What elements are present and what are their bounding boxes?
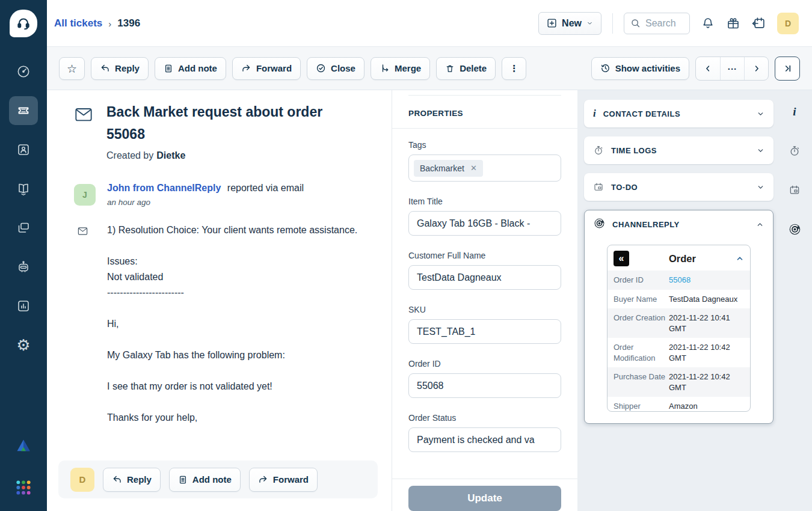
contact-details-header[interactable]: i CONTACT DETAILS (584, 100, 774, 127)
order-id-field: Order ID 55068 (408, 359, 561, 398)
delete-button-label: Delete (460, 63, 487, 73)
forward-button[interactable]: Forward (232, 57, 301, 80)
order-row: Purchase Date 2021-11-22 10:42 GMT (607, 367, 750, 397)
sidebar-item-bots[interactable] (9, 252, 38, 281)
order-row-label: Order Modification (614, 342, 669, 363)
app-switcher-button[interactable] (16, 480, 31, 498)
item-title-input[interactable]: Galaxy Tab 16GB - Black - (408, 211, 561, 236)
merge-icon (380, 63, 390, 73)
previous-ticket-button[interactable] (696, 57, 720, 80)
sidebar-item-tickets[interactable] (9, 96, 38, 125)
next-ticket-button[interactable] (744, 57, 768, 80)
star-icon: ☆ (67, 63, 77, 74)
breadcrumb-all-tickets-link[interactable]: All tickets (54, 17, 102, 29)
tags-input[interactable]: Backmarket ✕ (408, 155, 561, 182)
search-placeholder: Search (645, 18, 676, 29)
body-line: Issues: (107, 254, 357, 269)
reply-button[interactable]: Reply (91, 57, 149, 80)
time-logs-title: TIME LOGS (611, 146, 657, 155)
to-do-title: TO-DO (611, 183, 638, 192)
time-logs-header[interactable]: TIME LOGS (584, 136, 774, 164)
explore-button[interactable] (751, 16, 766, 31)
order-id-link[interactable]: 55068 (669, 275, 744, 286)
sidebar-item-solutions[interactable] (9, 174, 38, 203)
chevron-down-icon (586, 20, 593, 26)
ticket-icon (16, 103, 31, 118)
update-section: Update (392, 479, 577, 511)
close-ticket-button[interactable]: Close (307, 57, 364, 80)
sidebar-item-forums[interactable] (9, 213, 38, 242)
contact-details-shortcut[interactable]: i (793, 105, 796, 119)
chevron-right-icon (752, 64, 761, 73)
add-note-button-label: Add note (178, 63, 217, 73)
whats-new-button[interactable] (726, 16, 740, 31)
order-row: Buyer Name TestData Dagneaux (607, 290, 750, 309)
channelreply-logo-icon (789, 223, 801, 236)
back-button[interactable]: « (614, 251, 629, 266)
reply-icon (112, 474, 122, 485)
to-do-shortcut[interactable] (789, 183, 801, 197)
channelreply-shortcut[interactable] (789, 222, 801, 236)
order-row-value: TestData Dagneaux (669, 294, 744, 305)
order-status-input[interactable]: Payment is checked and va (408, 427, 561, 452)
composer-add-note-button[interactable]: Add note (169, 468, 241, 492)
chevron-down-icon (757, 147, 764, 155)
composer-forward-button[interactable]: Forward (249, 468, 318, 492)
contact-details-card: i CONTACT DETAILS (584, 100, 774, 127)
order-panel-title: Order (629, 253, 736, 265)
order-status-field: Order Status Payment is checked and va (408, 413, 561, 452)
collapse-sidebar-button[interactable] (775, 57, 800, 81)
channelreply-card: CHANNELREPLY « Order (584, 210, 774, 424)
search-input[interactable]: Search (624, 13, 690, 34)
item-title-label: Item Title (408, 197, 561, 206)
order-id-label: Order ID (408, 359, 561, 369)
time-logs-shortcut[interactable] (789, 144, 801, 158)
add-note-button[interactable]: Add note (155, 57, 226, 80)
sidebar-item-dashboard[interactable] (9, 57, 38, 86)
order-id-input[interactable]: 55068 (408, 373, 561, 398)
notifications-button[interactable] (701, 16, 715, 31)
chevron-down-icon (757, 110, 764, 118)
show-activities-label: Show activities (615, 63, 680, 73)
contact-details-title: CONTACT DETAILS (603, 109, 680, 118)
new-button[interactable]: New (538, 12, 601, 35)
merge-button[interactable]: Merge (371, 57, 430, 80)
delete-button[interactable]: Delete (436, 57, 496, 80)
freshworks-logo[interactable] (15, 438, 32, 457)
order-row: Order Modification 2021-11-22 10:42 GMT (607, 338, 750, 367)
sidebar-item-contacts[interactable] (9, 135, 38, 164)
forward-icon (241, 63, 251, 73)
order-row-label: Buyer Name (614, 294, 669, 305)
sidebar-item-analytics[interactable] (9, 292, 38, 320)
remove-tag-icon[interactable]: ✕ (470, 164, 477, 173)
channelreply-title: CHANNELREPLY (612, 220, 680, 229)
order-row: Shipper Amazon (607, 397, 750, 412)
to-do-header[interactable]: TO-DO (584, 173, 774, 201)
collapse-order-button[interactable] (736, 254, 744, 263)
sender-avatar: J (74, 184, 96, 206)
new-button-label: New (562, 18, 582, 29)
sender-name-link[interactable]: John from ChannelReply (107, 183, 221, 193)
contacts-icon (16, 142, 31, 157)
stopwatch-icon (593, 145, 604, 156)
sku-input[interactable]: TEST_TAB_1 (408, 319, 561, 344)
channelreply-header[interactable]: CHANNELREPLY (585, 210, 773, 238)
message-timestamp: an hour ago (107, 198, 304, 207)
show-activities-button[interactable]: Show activities (591, 57, 689, 80)
freshdesk-logo[interactable] (0, 0, 47, 47)
message-envelope-icon (77, 222, 107, 426)
to-do-card: TO-DO (584, 173, 774, 201)
more-actions-button[interactable]: ⋮ (502, 57, 526, 80)
right-panel: i CONTACT DETAILS (577, 90, 812, 511)
order-row: Order ID 55068 (607, 271, 750, 290)
chevron-left-icon (704, 64, 712, 73)
ticket-list-menu-button[interactable]: ... (720, 57, 744, 80)
favorite-button[interactable]: ☆ (59, 57, 85, 80)
customer-full-name-input[interactable]: TestData Dagneaux (408, 265, 561, 290)
update-button[interactable]: Update (408, 486, 561, 511)
created-by-name: Dietke (156, 150, 185, 161)
user-avatar[interactable]: D (777, 13, 799, 34)
composer-reply-button[interactable]: Reply (103, 468, 161, 492)
sidebar-item-admin[interactable]: ⚙ (9, 331, 38, 360)
panel-icon-strip: i (777, 90, 812, 511)
